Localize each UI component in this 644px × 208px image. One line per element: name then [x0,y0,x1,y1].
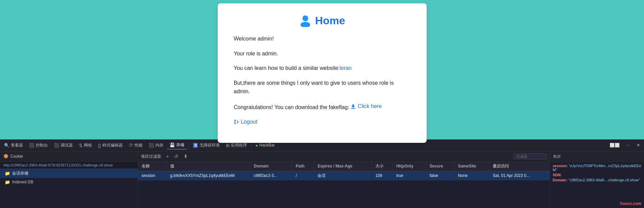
td-domain: c98f2ac2-3... [250,171,293,180]
close-btn[interactable]: ✕ [634,142,643,149]
toolbar-separator-2 [251,142,251,149]
memory-icon: ⬛ [149,143,154,148]
td-name: session [138,171,166,180]
prc-domain-line: Domain: "c98f2ac2-3983-40a8-...challenge… [553,178,641,182]
cookie-table: 名称 值 Domain Path Expires / Max-Age 大小 Ht… [138,162,550,181]
welcome-text: Welcome admin! [234,34,410,43]
close-icon: ✕ [637,143,640,148]
td-value: g.bIk9vvXX5YmZSpL1q4yuitkEEeM [166,171,250,180]
logout-link[interactable]: Logout [234,118,257,126]
viewer-icon: 🔍 [4,143,9,148]
cookie-icon: 🍪 [3,154,8,159]
devtools-panel: 🔍 查看器 ⬛ 控制台 ⬛ 调试器 ⇅ 网络 {} 样式编辑器 ⏱ 性能 ⬛ 内… [0,139,644,208]
sidebar-item-session-storage[interactable]: 📁 会话存储 [0,169,138,178]
download-icon [350,104,356,109]
learn-text: You can learn how to build a similar web… [234,64,410,73]
cookie-label: Cookie [10,154,23,159]
dt-storage[interactable]: 💾 存储 [167,141,187,150]
table-row[interactable]: session g.bIk9vvXX5YmZSpL1q4yuitkEEeM c9… [138,171,550,180]
svg-point-0 [302,16,308,21]
responsive-btn[interactable]: ⬜⬜ [607,142,622,149]
th-value[interactable]: 值 [166,162,250,171]
card-header: Home [234,14,410,27]
flag-text: Congratulations! You can download the fa… [234,102,410,111]
th-path[interactable]: Path [292,162,314,171]
logout-icon [234,119,239,125]
svg-point-1 [301,22,310,27]
dt-viewer[interactable]: 🔍 查看器 [1,141,26,149]
page-title: Home [315,15,345,27]
dt-debugger[interactable]: ⬛ 调试器 [51,141,75,149]
logout-section: Logout [234,118,410,127]
click-here-link[interactable]: Click here [350,102,381,111]
network-icon: ⇅ [79,143,83,148]
th-expires[interactable]: Expires / Max-Age [314,162,372,171]
learn-link[interactable]: leran [340,65,352,71]
console-icon: ⬛ [29,143,34,148]
card-body: Welcome admin! Your role is admin. You c… [234,34,410,127]
panel-left-url[interactable]: http://c98f2ac2-3983-40a8-973f-823671133… [0,162,138,169]
th-size[interactable]: 大小 [372,162,393,171]
a11y-icon: ♿ [193,143,198,148]
panel-right-content: session: "eJyrVsrJT09PTcnMm...mZSpL1q4yu… [550,162,644,208]
dt-memory[interactable]: ⬛ 内存 [146,141,166,149]
prc-sdn-line: SDN: [553,173,641,177]
th-httponly[interactable]: HttpOnly [393,162,426,171]
panel-main: 项目过滤器 + ↺ ⬆ 名称 值 Domain Path Expires / M… [138,152,550,208]
th-domain[interactable]: Domain [250,162,293,171]
debugger-icon: ⬛ [54,143,59,148]
panel-right-header-label: 数据 [553,154,561,159]
devtools-panels: 🍪 Cookie http://c98f2ac2-3983-40a8-973f-… [0,152,644,208]
refresh-btn[interactable]: ↺ [173,153,180,160]
td-expires: 会话 [314,171,372,180]
dt-performance[interactable]: ⏱ 性能 [126,141,145,149]
panel-right-header: 数据 [550,152,644,162]
add-cookie-btn[interactable]: + [164,153,171,160]
more-btn[interactable]: ··· [624,142,633,149]
panel-left: 🍪 Cookie http://c98f2ac2-3983-40a8-973f-… [0,152,138,208]
td-last-accessed: Sat, 01 Apr 2023 0... [489,171,550,180]
svg-rect-2 [351,108,355,109]
toolbar-separator [188,142,189,149]
dt-hackbar[interactable]: ● HackBar [253,142,278,149]
filter-input[interactable] [513,153,547,159]
panel-main-toolbar: 项目过滤器 + ↺ ⬆ [138,152,550,162]
panel-left-header: 🍪 Cookie [0,152,138,162]
role-text: Your role is admin. [234,49,410,58]
export-btn[interactable]: ⬆ [182,153,189,160]
td-samesite: None [454,171,489,180]
cookie-table-body: session g.bIk9vvXX5YmZSpL1q4yuitkEEeM c9… [138,171,550,180]
folder-icon-2: 📁 [5,180,10,185]
th-samesite[interactable]: SameSite [454,162,489,171]
storage-icon: 💾 [170,142,175,148]
admin-text: But,there are some things I only want to… [234,79,410,96]
th-last-accessed[interactable]: 最后访问 [489,162,550,171]
user-icon [299,14,312,27]
td-size: 109 [372,171,393,180]
main-card: Home Welcome admin! Your role is admin. … [218,3,427,143]
th-name[interactable]: 名称 [138,162,166,171]
dt-a11y[interactable]: ♿ 无障碍环境 [190,141,222,149]
dt-style-editor[interactable]: {} 样式编辑器 [95,141,125,149]
performance-icon: ⏱ [129,143,133,148]
td-path: / [292,171,314,180]
td-secure: false [426,171,454,180]
hackbar-icon: ● [255,143,258,148]
folder-icon: 📁 [5,171,10,176]
th-secure[interactable]: Secure [426,162,454,171]
prc-session-line: session: "eJyrVsrJT09PTcnMm...mZSpL1q4yu… [553,164,641,172]
dt-network[interactable]: ⇅ 网络 [76,141,95,149]
devtools-right-buttons: ⬜⬜ ··· ✕ [607,142,643,149]
browser-content: Home Welcome admin! Your role is admin. … [0,0,644,139]
dt-console[interactable]: ⬛ 控制台 [26,141,51,149]
table-header-row: 名称 值 Domain Path Expires / Max-Age 大小 Ht… [138,162,550,171]
apps-icon: ⊞ [226,143,229,148]
sidebar-item-indexed-db[interactable]: 📁 Indexed DB [0,178,138,186]
panel-right: 数据 session: "eJyrVsrJT09PTcnMm...mZSpL1q… [550,152,644,208]
td-httponly: true [393,171,426,180]
style-editor-icon: {} [98,143,101,148]
